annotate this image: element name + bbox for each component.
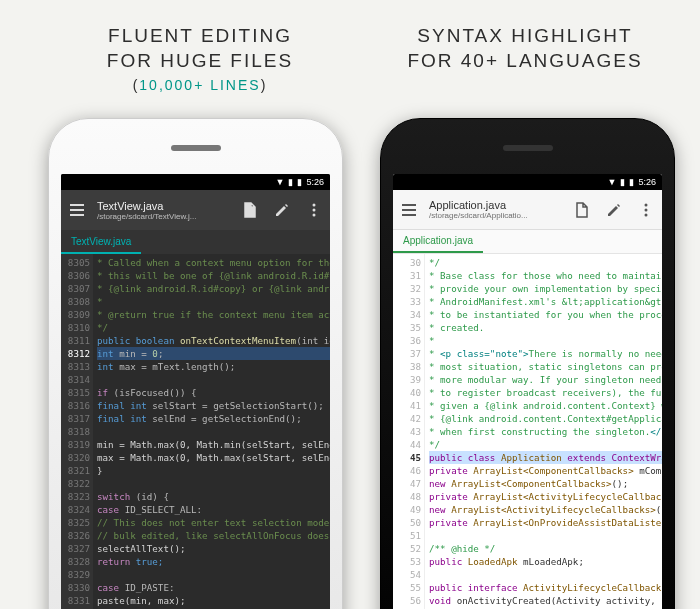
status-time: 5:26 bbox=[638, 177, 656, 187]
phone-right: ▼ ▮ ▮ 5:26 Application.java /storage/sdc… bbox=[380, 118, 675, 609]
svg-point-4 bbox=[645, 208, 648, 211]
new-file-icon[interactable] bbox=[570, 198, 594, 222]
svg-point-1 bbox=[313, 209, 316, 212]
svg-point-5 bbox=[645, 213, 648, 216]
overflow-icon[interactable] bbox=[634, 198, 658, 222]
file-path: /storage/sdcard/Applicatio... bbox=[429, 211, 562, 220]
menu-icon[interactable] bbox=[397, 198, 421, 222]
headline-line2: FOR 40+ LANGUAGES bbox=[390, 49, 660, 74]
headline-sub: (10,000+ LINES) bbox=[65, 77, 335, 93]
wifi-icon: ▼ bbox=[608, 177, 617, 187]
signal-icon: ▮ bbox=[288, 177, 293, 187]
status-time: 5:26 bbox=[306, 177, 324, 187]
tab-active[interactable]: Application.java bbox=[393, 230, 483, 253]
battery-icon: ▮ bbox=[297, 177, 302, 187]
screen-left: ▼ ▮ ▮ 5:26 TextView.java /storage/sdcard… bbox=[61, 174, 330, 609]
screen-right: ▼ ▮ ▮ 5:26 Application.java /storage/sdc… bbox=[393, 174, 662, 609]
file-title: TextView.java bbox=[97, 200, 230, 212]
code-editor[interactable]: 8305830683078308830983108311831283138314… bbox=[61, 254, 330, 609]
file-title: Application.java bbox=[429, 199, 562, 211]
status-bar: ▼ ▮ ▮ 5:26 bbox=[61, 174, 330, 190]
battery-icon: ▮ bbox=[629, 177, 634, 187]
tab-bar: Application.java bbox=[393, 230, 662, 254]
signal-icon: ▮ bbox=[620, 177, 625, 187]
tab-active[interactable]: TextView.java bbox=[61, 230, 141, 254]
overflow-icon[interactable] bbox=[302, 198, 326, 222]
headline-line2: FOR HUGE FILES bbox=[65, 49, 335, 74]
app-bar: Application.java /storage/sdcard/Applica… bbox=[393, 190, 662, 230]
phone-left: ▼ ▮ ▮ 5:26 TextView.java /storage/sdcard… bbox=[48, 118, 343, 609]
status-bar: ▼ ▮ ▮ 5:26 bbox=[393, 174, 662, 190]
svg-point-2 bbox=[313, 214, 316, 217]
new-file-icon[interactable] bbox=[238, 198, 262, 222]
headline-right: SYNTAX HIGHLIGHT FOR 40+ LANGUAGES bbox=[390, 24, 660, 73]
file-path: /storage/sdcard/TextView.j... bbox=[97, 212, 230, 221]
headline-line1: FLUENT EDITING bbox=[65, 24, 335, 49]
wifi-icon: ▼ bbox=[276, 177, 285, 187]
code-editor[interactable]: 3031323334353637383940414243444546474849… bbox=[393, 254, 662, 609]
svg-point-0 bbox=[313, 204, 316, 207]
menu-icon[interactable] bbox=[65, 198, 89, 222]
app-bar: TextView.java /storage/sdcard/TextView.j… bbox=[61, 190, 330, 230]
tab-bar: TextView.java bbox=[61, 230, 330, 254]
headline-left: FLUENT EDITING FOR HUGE FILES (10,000+ L… bbox=[65, 24, 335, 93]
edit-icon[interactable] bbox=[602, 198, 626, 222]
svg-point-3 bbox=[645, 203, 648, 206]
edit-icon[interactable] bbox=[270, 198, 294, 222]
headline-line1: SYNTAX HIGHLIGHT bbox=[390, 24, 660, 49]
